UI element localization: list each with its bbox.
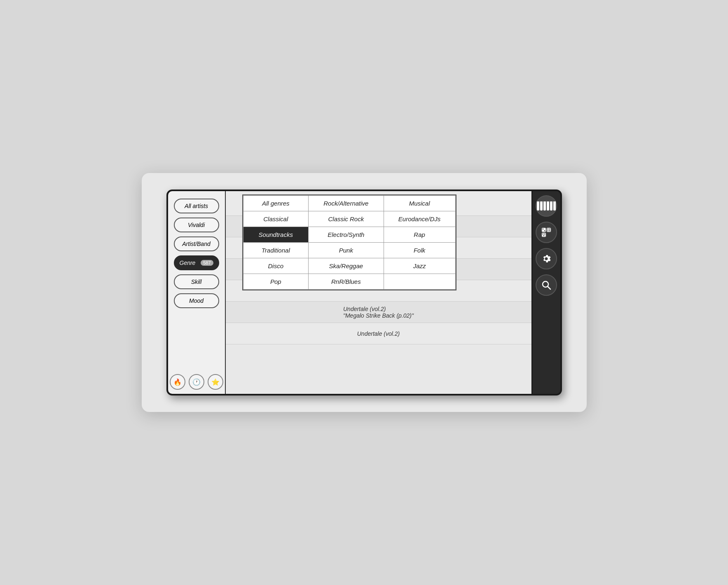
svg-point-11 [543,235,544,236]
genre-cell-rap[interactable]: Rap [384,227,455,243]
piano-key-3 [543,201,546,211]
genre-cell-eurodance-djs[interactable]: Eurodance/DJs [384,211,455,227]
genre-row-6: Pop RnR/Blues [243,274,455,290]
svg-point-7 [549,230,550,231]
svg-rect-0 [542,228,546,232]
sidebar-btn-vivaldi[interactable]: Vivaldi [174,218,219,232]
genre-row-1: All genres Rock/Alternative Musical [243,196,455,211]
piano-keys-icon [537,201,556,211]
svg-point-12 [545,257,548,260]
svg-point-10 [544,234,545,234]
right-sidebar [531,191,560,394]
genre-row-3: Soundtracks Electro/Synth Rap [243,227,455,243]
device: All artists Vivaldi Artist/Band Genre 58… [166,190,562,395]
svg-point-6 [547,230,548,231]
track-6-title: Undertale (vol.2) [343,306,386,312]
genre-cell-electro-synth[interactable]: Electro/Synth [309,227,384,243]
genre-row-5: Disco Ska/Reggae Jazz [243,258,455,274]
svg-line-14 [548,287,550,290]
genre-cell-traditional[interactable]: Traditional [243,243,309,258]
sidebar-btn-mood[interactable]: Mood [174,293,219,308]
genre-cell-rnr-blues[interactable]: RnR/Blues [309,274,384,290]
fire-icon[interactable]: 🔥 [170,374,185,390]
genre-table: All genres Rock/Alternative Musical Clas… [243,195,456,290]
genre-overlay: All genres Rock/Alternative Musical Clas… [242,194,456,290]
genre-cell-classic-rock[interactable]: Classic Rock [309,211,384,227]
genre-badge: 587 [201,260,213,266]
genre-cell-pop[interactable]: Pop [243,274,309,290]
genre-row-2: Classical Classic Rock Eurodance/DJs [243,211,455,227]
genre-cell-disco[interactable]: Disco [243,258,309,274]
genre-cell-folk[interactable]: Folk [384,243,455,258]
sidebar-btn-genre[interactable]: Genre 587 [174,255,219,270]
svg-rect-3 [547,228,551,232]
genre-cell-all-genres[interactable]: All genres [243,196,309,211]
main-content: Undertale (vol.2) "Dummy (4.04)" Underta… [226,191,531,394]
piano-key-6 [553,201,556,211]
svg-point-1 [542,229,543,229]
genre-cell-rock-alternative[interactable]: Rock/Alternative [309,196,384,211]
genre-cell-ska-reggae[interactable]: Ska/Reggae [309,258,384,274]
genre-cell-jazz[interactable]: Jazz [384,258,455,274]
genre-cell-empty [384,274,455,290]
piano-key-5 [550,201,552,211]
genre-cell-punk[interactable]: Punk [309,243,384,258]
left-sidebar: All artists Vivaldi Artist/Band Genre 58… [168,191,226,394]
dice-icon-button[interactable] [536,222,557,243]
sidebar-btn-skill[interactable]: Skill [174,274,219,289]
dice-icon [541,227,552,238]
search-icon [541,280,552,290]
genre-row-4: Traditional Punk Folk [243,243,455,258]
sidebar-btn-all-artists[interactable]: All artists [174,199,219,213]
svg-point-2 [544,230,545,231]
sidebar-bottom-icons: 🔥 🕐 ⭐ [170,374,223,390]
gear-icon [541,253,552,264]
piano-key-1 [537,201,539,211]
settings-icon-button[interactable] [536,248,557,269]
piano-key-2 [540,201,543,211]
clock-icon[interactable]: 🕐 [189,374,204,390]
svg-point-9 [542,234,543,234]
genre-cell-musical[interactable]: Musical [384,196,455,211]
genre-cell-soundtracks[interactable]: Soundtracks [243,227,309,243]
svg-rect-8 [542,233,546,237]
piano-icon-button[interactable] [536,195,557,217]
search-icon-button[interactable] [536,274,557,296]
piano-key-4 [547,201,549,211]
screen-wrapper: All artists Vivaldi Artist/Band Genre 58… [142,173,587,412]
track-6-subtitle: "Megalo Strike Back (p.02)" [343,312,414,319]
svg-point-5 [549,229,550,229]
track-row-6[interactable]: Undertale (vol.2) "Megalo Strike Back (p… [226,302,531,323]
svg-point-4 [547,229,548,229]
sidebar-btn-artist-band[interactable]: Artist/Band [174,236,219,251]
track-row-7[interactable]: Undertale (vol.2) [226,323,531,344]
star-icon[interactable]: ⭐ [208,374,223,390]
track-7-title: Undertale (vol.2) [357,330,400,337]
genre-cell-classical[interactable]: Classical [243,211,309,227]
